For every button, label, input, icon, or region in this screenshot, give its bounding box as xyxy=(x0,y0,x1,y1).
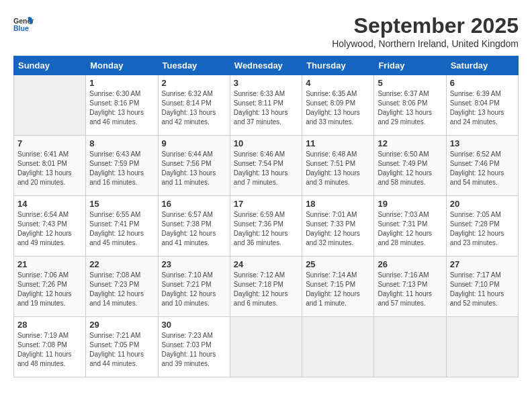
day-info: Sunrise: 7:03 AM Sunset: 7:31 PM Dayligh… xyxy=(378,210,442,248)
day-info: Sunrise: 6:30 AM Sunset: 8:16 PM Dayligh… xyxy=(89,89,154,127)
day-info: Sunrise: 7:16 AM Sunset: 7:13 PM Dayligh… xyxy=(378,271,442,308)
week-row-3: 14Sunrise: 6:54 AM Sunset: 7:43 PM Dayli… xyxy=(14,196,519,257)
day-cell: 15Sunrise: 6:55 AM Sunset: 7:41 PM Dayli… xyxy=(86,196,158,257)
day-info: Sunrise: 6:41 AM Sunset: 8:01 PM Dayligh… xyxy=(17,150,82,187)
header-cell-sunday: Sunday xyxy=(14,56,86,75)
day-cell: 7Sunrise: 6:41 AM Sunset: 8:01 PM Daylig… xyxy=(14,136,86,196)
location-title: Holywood, Northern Ireland, United Kingd… xyxy=(332,38,519,49)
day-info: Sunrise: 7:12 AM Sunset: 7:18 PM Dayligh… xyxy=(234,271,298,308)
day-number: 10 xyxy=(234,138,298,148)
day-cell: 16Sunrise: 6:57 AM Sunset: 7:38 PM Dayli… xyxy=(158,196,230,257)
day-cell: 5Sunrise: 6:37 AM Sunset: 8:06 PM Daylig… xyxy=(374,75,446,136)
day-number: 24 xyxy=(234,259,298,269)
day-info: Sunrise: 7:06 AM Sunset: 7:26 PM Dayligh… xyxy=(17,271,82,308)
title-area: September 2025 Holywood, Northern Irelan… xyxy=(332,13,519,49)
day-cell: 13Sunrise: 6:52 AM Sunset: 7:46 PM Dayli… xyxy=(446,136,518,196)
day-info: Sunrise: 7:21 AM Sunset: 7:05 PM Dayligh… xyxy=(89,331,154,369)
day-info: Sunrise: 6:44 AM Sunset: 7:56 PM Dayligh… xyxy=(162,150,226,187)
day-cell: 26Sunrise: 7:16 AM Sunset: 7:13 PM Dayli… xyxy=(374,257,446,317)
header-cell-thursday: Thursday xyxy=(302,56,374,75)
day-cell xyxy=(446,317,518,377)
day-number: 7 xyxy=(17,138,82,148)
day-number: 15 xyxy=(89,199,154,209)
day-info: Sunrise: 6:35 AM Sunset: 8:09 PM Dayligh… xyxy=(306,89,370,127)
day-cell: 25Sunrise: 7:14 AM Sunset: 7:15 PM Dayli… xyxy=(302,257,374,317)
day-cell xyxy=(374,317,446,377)
day-cell: 18Sunrise: 7:01 AM Sunset: 7:33 PM Dayli… xyxy=(302,196,374,257)
day-cell xyxy=(14,75,86,136)
day-info: Sunrise: 7:08 AM Sunset: 7:23 PM Dayligh… xyxy=(89,271,154,308)
day-cell: 1Sunrise: 6:30 AM Sunset: 8:16 PM Daylig… xyxy=(86,75,158,136)
day-number: 22 xyxy=(89,259,154,269)
day-cell: 28Sunrise: 7:19 AM Sunset: 7:08 PM Dayli… xyxy=(14,317,86,377)
day-number: 2 xyxy=(162,78,226,88)
day-info: Sunrise: 7:23 AM Sunset: 7:03 PM Dayligh… xyxy=(162,331,226,369)
day-number: 11 xyxy=(306,138,370,148)
day-number: 26 xyxy=(378,259,442,269)
day-info: Sunrise: 7:17 AM Sunset: 7:10 PM Dayligh… xyxy=(450,271,515,308)
day-info: Sunrise: 6:52 AM Sunset: 7:46 PM Dayligh… xyxy=(450,150,515,187)
header-cell-tuesday: Tuesday xyxy=(158,56,230,75)
day-cell: 4Sunrise: 6:35 AM Sunset: 8:09 PM Daylig… xyxy=(302,75,374,136)
day-number: 19 xyxy=(378,199,442,209)
day-number: 6 xyxy=(450,78,515,88)
day-cell: 30Sunrise: 7:23 AM Sunset: 7:03 PM Dayli… xyxy=(158,317,230,377)
header-row: SundayMondayTuesdayWednesdayThursdayFrid… xyxy=(14,56,519,75)
day-info: Sunrise: 6:59 AM Sunset: 7:36 PM Dayligh… xyxy=(234,210,298,248)
day-number: 1 xyxy=(89,78,154,88)
day-number: 28 xyxy=(17,320,82,330)
day-cell: 17Sunrise: 6:59 AM Sunset: 7:36 PM Dayli… xyxy=(230,196,302,257)
day-cell: 6Sunrise: 6:39 AM Sunset: 8:04 PM Daylig… xyxy=(446,75,518,136)
week-row-5: 28Sunrise: 7:19 AM Sunset: 7:08 PM Dayli… xyxy=(14,317,519,377)
day-number: 5 xyxy=(378,78,442,88)
day-cell: 29Sunrise: 7:21 AM Sunset: 7:05 PM Dayli… xyxy=(86,317,158,377)
day-info: Sunrise: 6:33 AM Sunset: 8:11 PM Dayligh… xyxy=(234,89,298,127)
header-cell-friday: Friday xyxy=(374,56,446,75)
month-title: September 2025 xyxy=(332,13,519,38)
day-cell: 27Sunrise: 7:17 AM Sunset: 7:10 PM Dayli… xyxy=(446,257,518,317)
header-cell-monday: Monday xyxy=(86,56,158,75)
day-info: Sunrise: 6:57 AM Sunset: 7:38 PM Dayligh… xyxy=(162,210,226,248)
day-number: 3 xyxy=(234,78,298,88)
day-cell: 10Sunrise: 6:46 AM Sunset: 7:54 PM Dayli… xyxy=(230,136,302,196)
day-cell: 22Sunrise: 7:08 AM Sunset: 7:23 PM Dayli… xyxy=(86,257,158,317)
day-info: Sunrise: 6:48 AM Sunset: 7:51 PM Dayligh… xyxy=(306,150,370,187)
day-info: Sunrise: 6:55 AM Sunset: 7:41 PM Dayligh… xyxy=(89,210,154,248)
svg-text:Blue: Blue xyxy=(13,24,29,32)
day-number: 29 xyxy=(89,320,154,330)
day-info: Sunrise: 7:01 AM Sunset: 7:33 PM Dayligh… xyxy=(306,210,370,248)
day-info: Sunrise: 6:46 AM Sunset: 7:54 PM Dayligh… xyxy=(234,150,298,187)
header-cell-saturday: Saturday xyxy=(446,56,518,75)
header: General Blue September 2025 Holywood, No… xyxy=(13,13,519,49)
logo: General Blue xyxy=(13,13,34,34)
calendar-table: SundayMondayTuesdayWednesdayThursdayFrid… xyxy=(13,56,519,377)
day-number: 8 xyxy=(89,138,154,148)
day-info: Sunrise: 6:37 AM Sunset: 8:06 PM Dayligh… xyxy=(378,89,442,127)
day-cell: 8Sunrise: 6:43 AM Sunset: 7:59 PM Daylig… xyxy=(86,136,158,196)
day-info: Sunrise: 6:39 AM Sunset: 8:04 PM Dayligh… xyxy=(450,89,515,127)
day-info: Sunrise: 7:14 AM Sunset: 7:15 PM Dayligh… xyxy=(306,271,370,308)
day-number: 17 xyxy=(234,199,298,209)
day-number: 14 xyxy=(17,199,82,209)
day-number: 9 xyxy=(162,138,226,148)
day-number: 4 xyxy=(306,78,370,88)
day-info: Sunrise: 7:05 AM Sunset: 7:28 PM Dayligh… xyxy=(450,210,515,248)
week-row-4: 21Sunrise: 7:06 AM Sunset: 7:26 PM Dayli… xyxy=(14,257,519,317)
day-number: 27 xyxy=(450,259,515,269)
day-info: Sunrise: 6:43 AM Sunset: 7:59 PM Dayligh… xyxy=(89,150,154,187)
day-cell: 9Sunrise: 6:44 AM Sunset: 7:56 PM Daylig… xyxy=(158,136,230,196)
day-number: 13 xyxy=(450,138,515,148)
logo-icon: General Blue xyxy=(13,13,34,34)
day-number: 16 xyxy=(162,199,226,209)
day-number: 18 xyxy=(306,199,370,209)
day-cell xyxy=(230,317,302,377)
day-info: Sunrise: 6:54 AM Sunset: 7:43 PM Dayligh… xyxy=(17,210,82,248)
day-info: Sunrise: 6:50 AM Sunset: 7:49 PM Dayligh… xyxy=(378,150,442,187)
day-info: Sunrise: 7:10 AM Sunset: 7:21 PM Dayligh… xyxy=(162,271,226,308)
day-info: Sunrise: 7:19 AM Sunset: 7:08 PM Dayligh… xyxy=(17,331,82,369)
day-number: 21 xyxy=(17,259,82,269)
day-cell: 14Sunrise: 6:54 AM Sunset: 7:43 PM Dayli… xyxy=(14,196,86,257)
day-cell: 11Sunrise: 6:48 AM Sunset: 7:51 PM Dayli… xyxy=(302,136,374,196)
week-row-1: 1Sunrise: 6:30 AM Sunset: 8:16 PM Daylig… xyxy=(14,75,519,136)
week-row-2: 7Sunrise: 6:41 AM Sunset: 8:01 PM Daylig… xyxy=(14,136,519,196)
